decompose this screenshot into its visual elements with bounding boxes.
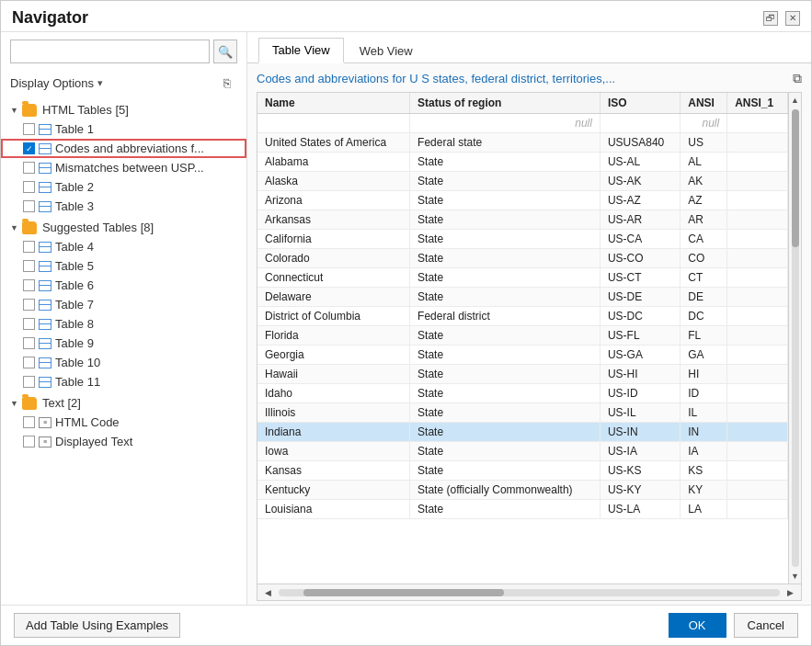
tree-item-label: Table 1 xyxy=(55,122,94,136)
cell-status: State xyxy=(410,288,600,307)
cell-ansi1 xyxy=(727,153,788,172)
cancel-button[interactable]: Cancel xyxy=(734,613,798,638)
cell-name: Connecticut xyxy=(257,268,410,288)
table-row: Colorado State US-CO CO xyxy=(257,249,788,268)
restore-button[interactable]: 🗗 xyxy=(763,11,778,26)
cell-iso: US-AL xyxy=(600,153,680,172)
checkbox-table7[interactable] xyxy=(23,299,35,311)
display-options-button[interactable]: Display Options ▾ xyxy=(10,76,103,90)
list-item[interactable]: Table 3 xyxy=(1,197,246,216)
tree-group-html-tables: ▼ HTML Tables [5] Table 1 xyxy=(1,100,246,216)
list-item[interactable]: Table 5 xyxy=(1,256,246,276)
table-row: Arkansas State US-AR AR xyxy=(257,210,788,230)
export-icon[interactable]: ⧉ xyxy=(793,71,802,86)
cell-iso: US-CO xyxy=(600,249,680,268)
search-icon: 🔍 xyxy=(218,45,233,59)
search-button[interactable]: 🔍 xyxy=(213,40,237,63)
tree-item-label: HTML Code xyxy=(55,415,120,429)
vertical-scrollbar[interactable]: ▲ ▼ xyxy=(788,93,801,584)
table-row: Florida State US-FL FL xyxy=(257,326,788,346)
checkbox-table11[interactable] xyxy=(23,376,35,388)
scroll-thumb[interactable] xyxy=(792,109,799,246)
search-input[interactable] xyxy=(10,40,210,63)
table-icon xyxy=(39,357,51,368)
list-item[interactable]: Table 4 xyxy=(1,237,246,256)
table-icon xyxy=(39,377,51,388)
cell-iso: US-AZ xyxy=(600,191,680,210)
list-item[interactable]: ✓ Codes and abbreviations f... xyxy=(1,139,246,158)
scroll-left-arrow[interactable]: ◀ xyxy=(261,588,275,597)
cell-status: State (officially Commonwealth) xyxy=(410,481,600,500)
cell-name xyxy=(257,114,410,133)
table-row: Kentucky State (officially Commonwealth)… xyxy=(257,481,788,500)
cell-ansi: KY xyxy=(680,481,727,500)
tree-group-header-suggested[interactable]: ▼ Suggested Tables [8] xyxy=(1,218,246,237)
list-item[interactable]: Table 11 xyxy=(1,372,246,391)
cell-ansi1 xyxy=(727,191,788,210)
tab-table-view[interactable]: Table View xyxy=(258,38,344,63)
cell-ansi1 xyxy=(727,326,788,346)
table-icon xyxy=(39,300,51,311)
tree-group-header-text[interactable]: ▼ Text [2] xyxy=(1,393,246,413)
col-header-ansi: ANSI xyxy=(680,93,727,114)
cell-iso: US-IA xyxy=(600,442,680,461)
checkbox-table9[interactable] xyxy=(23,337,35,349)
cell-iso: US-IL xyxy=(600,403,680,423)
cell-ansi1 xyxy=(727,461,788,481)
scroll-right-arrow[interactable]: ▶ xyxy=(783,588,797,597)
checkbox-displayed-text[interactable] xyxy=(23,436,35,448)
checkbox-table3[interactable] xyxy=(23,200,35,212)
table-and-scroll: Name Status of region ISO ANSI ANSI_1 xyxy=(257,93,801,584)
checkbox-codes[interactable]: ✓ xyxy=(23,142,35,154)
checkbox-table6[interactable] xyxy=(23,279,35,291)
text-icon: ≡ xyxy=(39,436,51,448)
scroll-thumb[interactable] xyxy=(303,589,504,596)
list-item[interactable]: Mismatches between USP... xyxy=(1,158,246,177)
list-item[interactable]: Table 10 xyxy=(1,353,246,372)
checkbox-table1[interactable] xyxy=(23,123,35,135)
tree-area: ▼ HTML Tables [5] Table 1 xyxy=(1,98,246,605)
checkbox-html-code[interactable] xyxy=(23,416,35,428)
list-item[interactable]: Table 9 xyxy=(1,334,246,353)
list-item[interactable]: Table 6 xyxy=(1,276,246,295)
cell-ansi1 xyxy=(727,172,788,191)
checkbox-table5[interactable] xyxy=(23,260,35,272)
cell-ansi: GA xyxy=(680,346,727,365)
scroll-track[interactable] xyxy=(792,109,799,567)
dialog-title: Navigator xyxy=(12,8,88,28)
cell-status: State xyxy=(410,346,600,365)
scroll-down-arrow[interactable]: ▼ xyxy=(791,569,799,584)
tab-table-view-label: Table View xyxy=(272,43,330,57)
scroll-track[interactable] xyxy=(279,589,780,596)
list-item[interactable]: Table 1 xyxy=(1,119,246,139)
list-item[interactable]: Table 2 xyxy=(1,177,246,197)
cell-ansi1 xyxy=(727,403,788,423)
checkbox-table2[interactable] xyxy=(23,181,35,193)
import-button[interactable]: ⎘ xyxy=(217,73,237,93)
checkbox-table10[interactable] xyxy=(23,357,35,368)
cell-ansi: DC xyxy=(680,307,727,326)
table-row: Indiana State US-IN IN xyxy=(257,423,788,442)
add-table-button[interactable]: Add Table Using Examples xyxy=(14,613,180,638)
close-button[interactable]: ✕ xyxy=(785,11,800,26)
checkbox-mismatches[interactable] xyxy=(23,162,35,174)
cell-ansi: ID xyxy=(680,384,727,403)
ok-button[interactable]: OK xyxy=(669,613,726,638)
checkbox-table8[interactable] xyxy=(23,318,35,330)
tab-web-view[interactable]: Web View xyxy=(346,39,427,62)
table-scroll-wrapper[interactable]: Name Status of region ISO ANSI ANSI_1 xyxy=(257,93,788,584)
cell-iso: US-DE xyxy=(600,288,680,307)
list-item[interactable]: Table 8 xyxy=(1,314,246,334)
col-header-iso: ISO xyxy=(600,93,680,114)
scroll-up-arrow[interactable]: ▲ xyxy=(791,93,799,108)
table-icon xyxy=(39,201,51,212)
table-row: Connecticut State US-CT CT xyxy=(257,268,788,288)
tree-group-header-html-tables[interactable]: ▼ HTML Tables [5] xyxy=(1,100,246,119)
list-item[interactable]: ≡ HTML Code xyxy=(1,413,246,432)
list-item[interactable]: Table 7 xyxy=(1,295,246,314)
cell-name: Georgia xyxy=(257,346,410,365)
cell-iso: US-CT xyxy=(600,268,680,288)
horizontal-scrollbar[interactable]: ◀ ▶ xyxy=(257,584,801,600)
checkbox-table4[interactable] xyxy=(23,241,35,253)
list-item[interactable]: ≡ Displayed Text xyxy=(1,432,246,451)
